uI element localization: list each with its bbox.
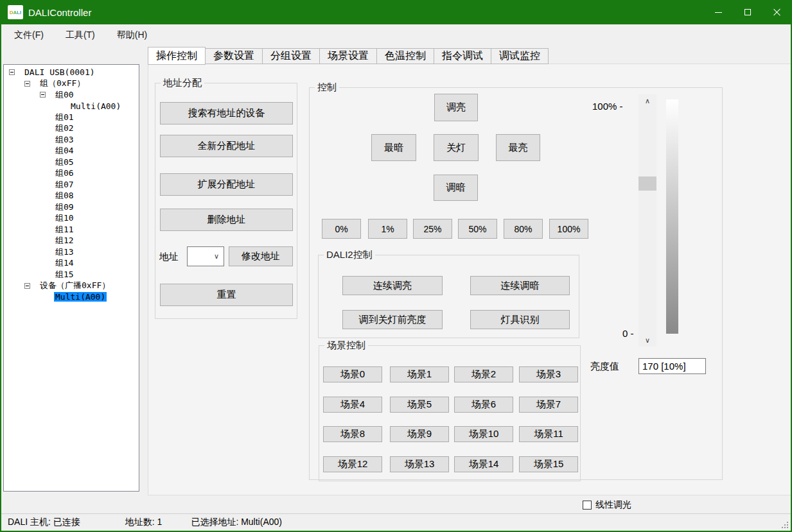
tree-item-group09[interactable]: 组09 [4,202,139,213]
scene-3-button[interactable]: 场景3 [519,366,578,382]
tree-item-group07[interactable]: 组07 [4,179,139,191]
percent-0-button[interactable]: 0% [322,219,361,239]
tree-item-group13[interactable]: 组13 [4,246,139,258]
brightness-gradient-bar [666,99,678,334]
scene-2-button[interactable]: 场景2 [454,366,513,382]
percent-80-button[interactable]: 80% [504,219,543,239]
scene-8-button[interactable]: 场景8 [323,426,382,442]
scroll-up-icon[interactable]: ∧ [638,94,656,107]
minimize-icon [715,12,722,13]
light-off-button[interactable]: 关灯 [434,134,479,161]
tab-command-debug[interactable]: 指令调试 [434,48,491,64]
menu-help[interactable]: 帮助(H) [108,26,156,45]
tree-item-group14[interactable]: 组14 [4,258,139,270]
menu-tools[interactable]: 工具(T) [57,26,104,45]
dali2-control-group: DALI2控制 连续调亮 连续调暗 调到关灯前亮度 灯具识别 [318,255,579,338]
status-host: DALI 主机: 已连接 [8,517,80,528]
tree-item-group06[interactable]: 组06 [4,168,139,180]
scene-control-group: 场景控制 场景0 场景1 场景2 场景3 场景4 场景5 场景6 场景7 场景8… [319,345,581,481]
scene-9-button[interactable]: 场景9 [390,426,449,442]
scrollbar-thumb[interactable] [638,176,656,191]
collapse-icon[interactable] [40,92,46,98]
resize-grip[interactable] [787,527,788,528]
continuous-brighten-button[interactable]: 连续调亮 [342,276,443,295]
scene-15-button[interactable]: 场景15 [519,456,578,472]
address-combobox[interactable]: ∨ [187,246,224,266]
minimize-button[interactable] [703,0,733,24]
tree-item-group15[interactable]: 组15 [4,269,139,280]
scene-0-button[interactable]: 场景0 [323,366,382,382]
close-button[interactable] [762,0,792,24]
tree-item-multi-a00[interactable]: Multi(A00) [4,101,139,112]
tree-item-multi-a00-selected[interactable]: Multi(A00) [4,291,139,303]
menu-bar: 文件(F) 工具(T) 帮助(H) [1,24,791,46]
scene-11-button[interactable]: 场景11 [519,426,578,442]
status-bar: DALI 主机: 已连接 地址数: 1 已选择地址: Multi(A00) [1,513,791,531]
tab-parameter-settings[interactable]: 参数设置 [206,48,263,64]
min-brightness-button[interactable]: 最暗 [371,134,416,161]
percent-1-button[interactable]: 1% [368,219,407,239]
brightness-value-field[interactable]: 170 [10%] [638,358,706,374]
assign-new-addresses-button[interactable]: 全新分配地址 [160,135,293,157]
tree-item-group12[interactable]: 组12 [4,236,139,247]
tree-item-group04[interactable]: 组04 [4,146,139,157]
scene-14-button[interactable]: 场景14 [454,456,513,472]
scene-1-button[interactable]: 场景1 [390,366,449,382]
maximize-icon [744,9,751,15]
app-icon: DALI [8,5,23,19]
scene-10-button[interactable]: 场景10 [454,426,513,442]
control-group-title: 控制 [315,82,339,94]
luminaire-identify-button[interactable]: 灯具识别 [470,310,570,329]
goto-last-level-button[interactable]: 调到关灯前亮度 [342,310,443,329]
menu-file[interactable]: 文件(F) [5,26,53,45]
maximize-button[interactable] [733,0,762,24]
percent-50-button[interactable]: 50% [458,219,497,239]
percent-100-button[interactable]: 100% [549,219,588,239]
tree-item-group-ff[interactable]: 组（0xFF） [4,78,139,90]
brightness-bottom-label: 0 - [622,328,634,339]
tab-operation-control[interactable]: 操作控制 [148,47,206,65]
delete-address-button[interactable]: 删除地址 [160,209,293,231]
brightness-scrollbar[interactable]: ∧ ∨ [638,94,656,347]
status-address-count: 地址数: 1 [125,517,163,528]
linear-dimming-checkbox[interactable] [583,501,592,510]
scroll-down-icon[interactable]: ∨ [638,334,656,347]
reset-button[interactable]: 重置 [160,284,293,306]
tree-item-devices-broadcast[interactable]: 设备（广播0xFF） [4,280,139,292]
title-bar: DALI DALIController [0,0,792,24]
scene-13-button[interactable]: 场景13 [390,456,449,472]
tab-debug-monitor[interactable]: 调试监控 [491,48,549,64]
tree-item-group01[interactable]: 组01 [4,112,139,123]
scene-7-button[interactable]: 场景7 [519,397,578,413]
tab-color-temp-control[interactable]: 色温控制 [377,48,434,64]
tab-scene-settings[interactable]: 场景设置 [320,48,377,64]
max-brightness-button[interactable]: 最亮 [496,134,540,161]
continuous-dim-button[interactable]: 连续调暗 [470,276,570,295]
tree-item-group05[interactable]: 组05 [4,157,139,168]
tree-item-group00[interactable]: 组00 [4,89,139,101]
tree-item-group03[interactable]: 组03 [4,134,139,146]
modify-address-button[interactable]: 修改地址 [229,246,293,266]
collapse-icon[interactable] [9,69,15,75]
dim-button[interactable]: 调暗 [434,175,478,201]
percent-25-button[interactable]: 25% [413,219,452,239]
scene-5-button[interactable]: 场景5 [390,397,449,413]
scene-6-button[interactable]: 场景6 [454,397,513,413]
address-assign-group: 地址分配 搜索有地址的设备 全新分配地址 扩展分配地址 删除地址 地址 ∨ 修改… [155,83,297,319]
tree-item-group11[interactable]: 组11 [4,224,139,236]
tree-item-root[interactable]: DALI USB(0001) [4,67,139,78]
tree-item-group08[interactable]: 组08 [4,191,139,202]
assign-extended-addresses-button[interactable]: 扩展分配地址 [160,173,293,196]
chevron-down-icon: ∨ [214,252,219,261]
tree-item-group02[interactable]: 组02 [4,123,139,135]
tab-grouping-settings[interactable]: 分组设置 [263,48,320,64]
tree-item-group10[interactable]: 组10 [4,213,139,225]
collapse-icon[interactable] [24,81,30,87]
scene-4-button[interactable]: 场景4 [323,397,382,413]
scene-12-button[interactable]: 场景12 [323,456,382,472]
collapse-icon[interactable] [24,283,30,289]
tab-strip: 操作控制 参数设置 分组设置 场景设置 色温控制 指令调试 调试监控 [148,46,549,64]
search-addressed-devices-button[interactable]: 搜索有地址的设备 [160,102,293,124]
brighten-button[interactable]: 调亮 [434,94,478,121]
tab-page-operation-control: 地址分配 搜索有地址的设备 全新分配地址 扩展分配地址 删除地址 地址 ∨ 修改… [148,64,792,495]
